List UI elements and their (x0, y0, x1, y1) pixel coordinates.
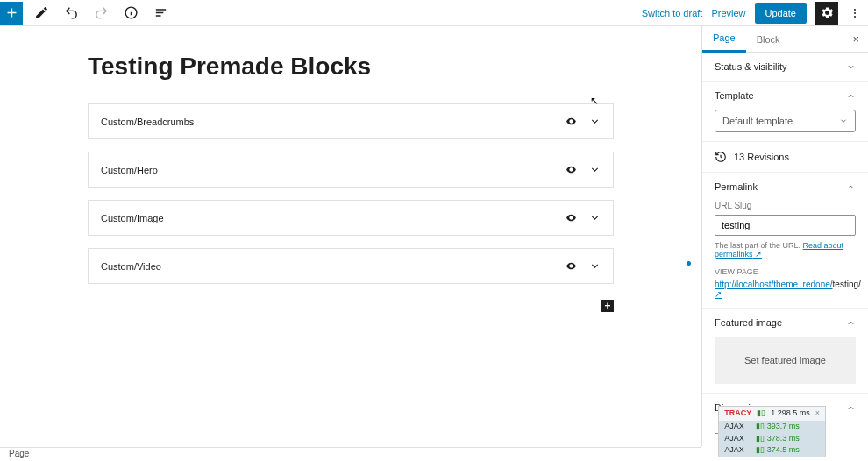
visibility-icon[interactable] (566, 116, 577, 127)
tab-page[interactable]: Page (702, 26, 746, 53)
url-slug-label: URL Slug (715, 201, 856, 210)
editor-footer-breadcrumb: Page (0, 447, 701, 461)
block-row[interactable]: Custom/Breadcrumbs (88, 103, 614, 139)
template-select[interactable]: Default template (715, 110, 856, 132)
history-icon (715, 151, 727, 163)
redo-button[interactable] (89, 2, 112, 25)
undo-button[interactable] (60, 2, 82, 25)
panel-status-visibility[interactable]: Status & visibility (715, 61, 856, 72)
tab-block[interactable]: Block (746, 27, 791, 52)
chevron-down-icon[interactable] (589, 164, 601, 175)
unsaved-indicator-dot (687, 261, 691, 266)
tracy-row[interactable]: AJAX▮▯ 374.5 ms (719, 444, 825, 457)
page-title[interactable]: Testing Premade Blocks (88, 53, 614, 81)
info-button[interactable] (119, 2, 142, 25)
settings-sidebar: Page Block × Status & visibility Templat… (701, 26, 868, 447)
chevron-down-icon[interactable] (589, 260, 601, 272)
switch-to-draft-link[interactable]: Switch to draft (642, 8, 703, 18)
panel-featured-image[interactable]: Featured image (715, 317, 856, 328)
close-sidebar-button[interactable]: × (852, 32, 859, 46)
chevron-down-icon (846, 62, 856, 72)
more-options-button[interactable] (847, 4, 863, 23)
tracy-brand: TRACY (724, 408, 751, 419)
tracy-debug-bar[interactable]: TRACY ▮▯1 298.5 ms× AJAX▮▯ 393.7 msAJAX▮… (718, 406, 826, 457)
preview-button[interactable]: Preview (711, 8, 745, 18)
edit-mode-icon[interactable] (30, 2, 53, 25)
chevron-up-icon (846, 318, 856, 328)
set-featured-image[interactable]: Set featured image (715, 337, 856, 384)
block-name: Custom/Video (101, 261, 161, 272)
update-button[interactable]: Update (755, 3, 807, 24)
chevron-down-icon (839, 117, 848, 125)
block-name: Custom/Hero (101, 165, 158, 175)
block-name: Custom/Breadcrumbs (101, 117, 194, 127)
editor-top-toolbar: Switch to draft Preview Update (0, 0, 868, 26)
visibility-icon[interactable] (566, 260, 577, 272)
tracy-row[interactable]: AJAX▮▯ 393.7 ms (719, 421, 825, 433)
view-page-label: VIEW PAGE (715, 267, 856, 276)
permalink-url[interactable]: http://localhost/theme_redone/testing/ ↗ (715, 280, 856, 299)
chevron-down-icon[interactable] (589, 116, 601, 127)
settings-button[interactable] (815, 2, 838, 25)
block-row[interactable]: Custom/Video (88, 248, 614, 284)
editor-canvas[interactable]: Testing Premade Blocks Custom/Breadcrumb… (0, 26, 701, 447)
visibility-icon[interactable] (566, 164, 577, 175)
chevron-up-icon (846, 403, 856, 413)
chevron-up-icon (846, 91, 856, 101)
permalink-help-text: The last part of the URL. Read about per… (715, 241, 856, 259)
visibility-icon[interactable] (566, 212, 577, 223)
panel-permalink[interactable]: Permalink (715, 181, 856, 192)
chevron-down-icon[interactable] (589, 212, 601, 223)
panel-template[interactable]: Template (715, 90, 856, 101)
block-row[interactable]: Custom/Image (88, 200, 614, 236)
list-view-button[interactable] (149, 2, 172, 25)
append-block-button[interactable]: + (601, 300, 614, 312)
url-slug-input[interactable] (715, 215, 856, 236)
chevron-up-icon (846, 182, 856, 192)
tracy-row[interactable]: AJAX▮▯ 378.3 ms (719, 433, 825, 445)
block-name: Custom/Image (101, 213, 164, 223)
block-row[interactable]: Custom/Hero (88, 152, 614, 188)
add-block-button[interactable] (0, 2, 23, 25)
revisions-link[interactable]: 13 Revisions (702, 142, 868, 173)
